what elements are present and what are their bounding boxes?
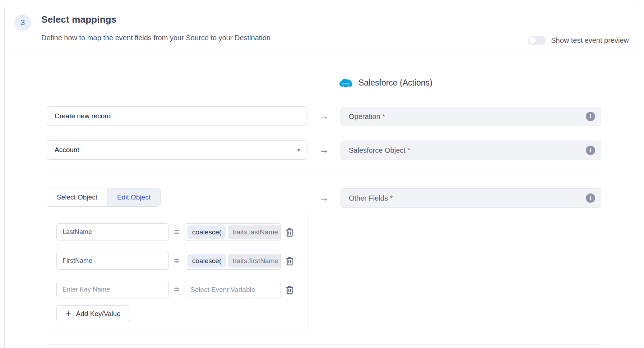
delete-row-button[interactable] — [286, 228, 294, 237]
key-value-row: = coalesce( traits.lastName — [56, 223, 307, 241]
other-fields-target-field[interactable]: Other Fields * i — [340, 188, 601, 208]
object-tabs: Select Object Edit Object — [47, 188, 161, 207]
equals-sign: = — [169, 256, 185, 266]
plus-icon: + — [66, 309, 71, 318]
mappings-card: 3 Select mappings Define how to map the … — [4, 6, 639, 348]
tab-select-object[interactable]: Select Object — [47, 188, 107, 206]
salesforce-object-select-value: Account — [55, 146, 79, 154]
info-icon[interactable]: i — [586, 193, 595, 203]
salesforce-object-select[interactable]: Account ▾ — [47, 140, 307, 160]
operation-source-input[interactable] — [47, 106, 307, 126]
destination-header: salesforce Salesforce (Actions) — [339, 78, 432, 88]
trash-icon — [286, 256, 294, 266]
key-value-row: = coalesce( traits.firstName — [56, 252, 307, 270]
arrow-right-icon: → — [318, 111, 330, 122]
toggle-knob — [529, 37, 536, 44]
svg-text:salesforce: salesforce — [341, 82, 350, 84]
key-input[interactable] — [56, 281, 169, 298]
equals-sign: = — [169, 284, 185, 295]
section-divider — [47, 344, 601, 345]
test-event-preview-toggle-group: Show test event preview — [528, 36, 629, 45]
salesforce-object-target-field[interactable]: Salesforce Object * i — [340, 141, 601, 160]
value-expression-field[interactable]: coalesce( traits.lastName — [185, 223, 281, 241]
step-number-badge: 3 — [14, 14, 31, 31]
page-title: Select mappings — [41, 14, 117, 25]
add-key-value-button[interactable]: + Add Key/Value — [56, 305, 130, 322]
salesforce-object-target-label: Salesforce Object * — [349, 146, 410, 155]
operation-target-label: Operation * — [349, 113, 385, 121]
delete-row-button[interactable] — [286, 285, 294, 294]
key-input[interactable] — [56, 252, 169, 270]
variable-chip[interactable]: traits.firstName — [228, 254, 281, 267]
chevron-down-icon: ▾ — [297, 147, 300, 153]
function-chip[interactable]: coalesce( — [187, 254, 226, 267]
arrow-right-icon: → — [318, 145, 330, 156]
toggle-label: Show test event preview — [551, 36, 629, 45]
salesforce-logo-icon: salesforce — [339, 78, 352, 88]
section-divider — [47, 174, 601, 174]
arrow-right-icon: → — [318, 192, 330, 203]
trash-icon — [286, 285, 294, 294]
tab-edit-object[interactable]: Edit Object — [107, 188, 160, 206]
destination-name: Salesforce (Actions) — [358, 78, 432, 88]
show-test-event-preview-toggle[interactable] — [528, 36, 546, 45]
other-fields-target-label: Other Fields * — [349, 194, 393, 202]
add-key-value-label: Add Key/Value — [76, 310, 121, 318]
delete-row-button[interactable] — [286, 256, 294, 266]
equals-sign: = — [169, 227, 185, 237]
key-input[interactable] — [56, 223, 169, 241]
page-subtitle: Define how to map the event fields from … — [41, 34, 270, 42]
info-icon[interactable]: i — [586, 112, 595, 121]
key-value-row-empty: = — [56, 281, 307, 298]
value-expression-field[interactable]: coalesce( traits.firstName — [185, 252, 281, 270]
value-input[interactable] — [185, 281, 281, 298]
select-mappings-page: 3 Select mappings Define how to map the … — [0, 0, 644, 348]
function-chip[interactable]: coalesce( — [187, 225, 226, 239]
key-value-editor: = coalesce( traits.lastName — [47, 213, 307, 330]
operation-target-field[interactable]: Operation * i — [340, 107, 601, 126]
trash-icon — [286, 228, 294, 237]
card-header: 3 Select mappings Define how to map the … — [5, 6, 639, 55]
info-icon[interactable]: i — [586, 146, 595, 155]
variable-chip[interactable]: traits.lastName — [228, 225, 281, 239]
